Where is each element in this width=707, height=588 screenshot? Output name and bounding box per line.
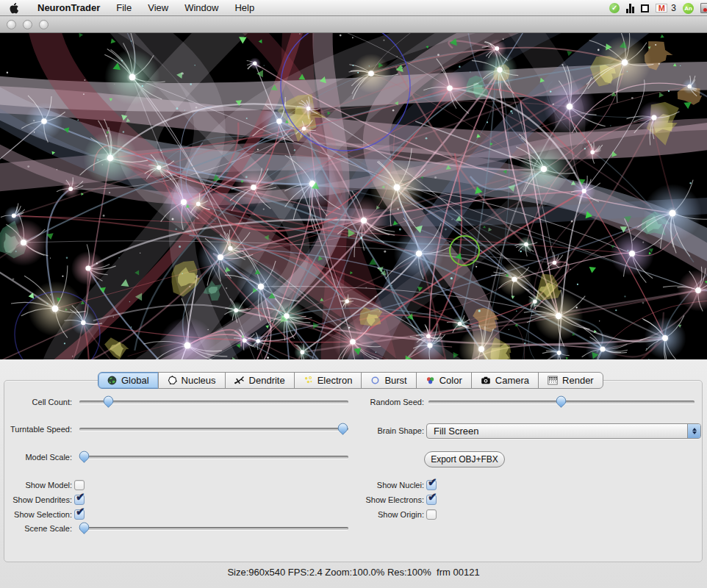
zoom-button[interactable] [39,20,49,29]
scene-scale-slider-thumb[interactable] [79,522,90,534]
tab-label: Camera [495,375,529,386]
close-button[interactable] [7,20,16,29]
export-obj-fbx-button[interactable]: Export OBJ+FBX [424,451,505,467]
window-frame-icon[interactable] [641,4,649,12]
tab-camera[interactable]: Camera [471,372,539,389]
dropdown-stepper-icon[interactable] [687,424,700,438]
turntable-speed-slider[interactable] [79,428,348,431]
menu-item-help[interactable]: Help [226,0,262,16]
color-icon [426,376,435,385]
tab-global[interactable]: Global [98,372,159,389]
tab-label: Dendrite [249,375,285,386]
show-model-checkbox[interactable] [74,480,85,490]
show-dendrites-label: Show Dendrites: [0,495,72,505]
show-electrons-label: Show Electrons: [352,495,424,505]
show-model-label: Show Model: [0,480,72,490]
cell-count-slider-thumb[interactable] [103,395,114,408]
mail-count-badge: 3 [671,3,676,13]
scene-scale-label: Scene Scale: [0,523,72,534]
menu-item-window[interactable]: Window [176,0,226,16]
tab-nucleus[interactable]: Nucleus [158,372,226,389]
nucleus-icon [168,376,177,385]
tab-label: Burst [384,375,406,386]
show-origin-checkbox[interactable] [426,509,437,520]
scene-scale-slider[interactable] [79,527,348,530]
show-dendrites-checkbox[interactable] [74,495,85,505]
tab-label: Electron [317,375,353,386]
dendrite-icon [234,376,245,385]
brain-shape-value: Fill Screen [427,426,687,437]
control-panel: Global Nucleus Dendrite Electron Burst C… [0,359,707,588]
show-electrons-checkbox[interactable] [426,495,437,505]
tab-label: Nucleus [182,375,216,386]
burst-icon [370,376,380,385]
model-scale-slider[interactable] [79,456,348,459]
gmail-icon[interactable]: M [656,4,667,12]
render-icon [548,376,558,385]
tab-burst[interactable]: Burst [361,372,416,389]
show-nuclei-checkbox[interactable] [426,480,437,490]
camera-icon [481,376,491,385]
turntable-speed-slider-thumb[interactable] [337,423,348,435]
tab-electron[interactable]: Electron [294,372,362,389]
menu-status-area: ✓ M 3 An [609,0,707,16]
tab-dendrite[interactable]: Dendrite [225,372,295,389]
brain-shape-dropdown[interactable]: Fill Screen [426,423,701,439]
menu-item-view[interactable]: View [140,0,176,16]
show-nuclei-label: Show Nuclei: [352,480,424,490]
model-scale-label: Model Scale: [0,452,72,462]
cell-count-slider[interactable] [79,401,348,404]
menu-bar: NeuronTrader File View Window Help ✓ M 3… [0,0,707,16]
brain-shape-label: Brain Shape: [352,426,424,436]
tab-label: Color [439,375,462,386]
tab-bar: Global Nucleus Dendrite Electron Burst C… [98,372,603,389]
tab-color[interactable]: Color [416,372,472,389]
tab-label: Global [121,375,149,386]
random-seed-slider[interactable] [428,401,695,404]
menu-item-file[interactable]: File [108,0,140,16]
globe-icon [107,376,117,385]
tab-label: Render [562,375,594,386]
apple-menu-icon[interactable] [9,2,19,14]
an-app-icon[interactable]: An [683,3,694,14]
green-check-icon[interactable]: ✓ [609,3,620,13]
status-bar: Size:960x540 FPS:2.4 Zoom:100.0% Res:100… [0,562,707,588]
tab-render[interactable]: Render [538,372,603,389]
audio-levels-icon[interactable] [626,4,634,13]
status-text: Size:960x540 FPS:2.4 Zoom:100.0% Res:100… [227,567,479,588]
random-seed-label: Random Seed: [352,397,424,407]
device-partial-icon[interactable] [700,3,707,13]
show-selection-checkbox[interactable] [74,509,85,520]
model-scale-slider-thumb[interactable] [79,451,90,463]
show-selection-label: Show Selection: [0,509,72,520]
random-seed-slider-thumb[interactable] [556,395,567,408]
show-origin-label: Show Origin: [352,509,424,520]
turntable-speed-label: Turntable Speed: [0,424,72,434]
window-title-bar[interactable] [0,16,707,33]
menu-item-neurontrader[interactable]: NeuronTrader [29,0,108,16]
electron-icon [304,376,313,385]
minimize-button[interactable] [23,20,32,29]
neuron-3d-viewport[interactable] [0,33,707,359]
cell-count-label: Cell Count: [0,397,72,407]
